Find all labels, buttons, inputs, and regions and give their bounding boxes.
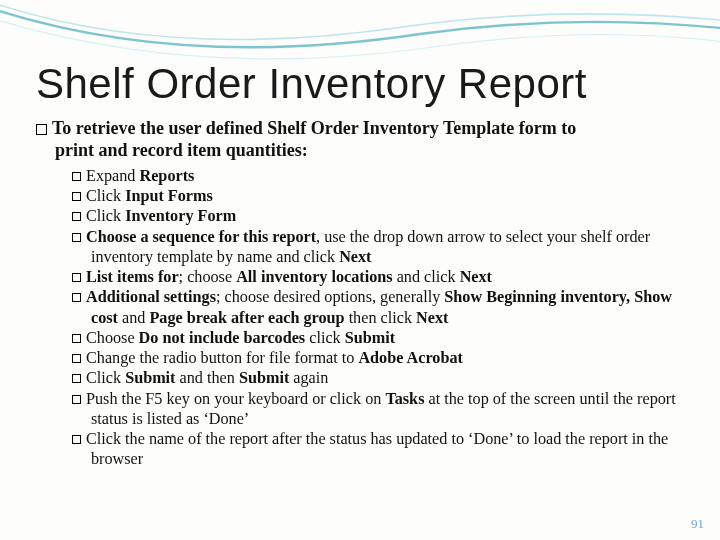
list-item: Click Input Forms bbox=[72, 186, 690, 206]
bullet-box-icon bbox=[72, 273, 81, 282]
list-item: Click Submit and then Submit again bbox=[72, 368, 690, 388]
lead-line-1: To retrieve the user defined Shelf Order… bbox=[52, 118, 576, 138]
bullet-box-icon bbox=[36, 124, 47, 135]
slide-title: Shelf Order Inventory Report bbox=[36, 60, 690, 108]
page-number: 91 bbox=[691, 516, 704, 532]
list-item: Click Inventory Form bbox=[72, 206, 690, 226]
list-item: Click the name of the report after the s… bbox=[72, 429, 690, 470]
bullet-box-icon bbox=[72, 435, 81, 444]
bullet-box-icon bbox=[72, 172, 81, 181]
list-item: Expand Reports bbox=[72, 166, 690, 186]
list-item: List items for; choose All inventory loc… bbox=[72, 267, 690, 287]
bullet-box-icon bbox=[72, 354, 81, 363]
list-item: Push the F5 key on your keyboard or clic… bbox=[72, 389, 690, 430]
bullet-box-icon bbox=[72, 293, 81, 302]
bullet-box-icon bbox=[72, 233, 81, 242]
list-item: Change the radio button for file format … bbox=[72, 348, 690, 368]
slide-content: Shelf Order Inventory Report To retrieve… bbox=[0, 0, 720, 470]
list-item: Additional settings; choose desired opti… bbox=[72, 287, 690, 328]
bullet-box-icon bbox=[72, 212, 81, 221]
bullet-box-icon bbox=[72, 334, 81, 343]
list-item: Choose Do not include barcodes click Sub… bbox=[72, 328, 690, 348]
bullet-box-icon bbox=[72, 374, 81, 383]
instruction-list: Expand ReportsClick Input FormsClick Inv… bbox=[72, 166, 690, 470]
bullet-box-icon bbox=[72, 395, 81, 404]
list-item: Choose a sequence for this report, use t… bbox=[72, 227, 690, 268]
bullet-box-icon bbox=[72, 192, 81, 201]
lead-line-2: print and record item quantities: bbox=[55, 140, 308, 160]
lead-paragraph: To retrieve the user defined Shelf Order… bbox=[36, 118, 690, 162]
